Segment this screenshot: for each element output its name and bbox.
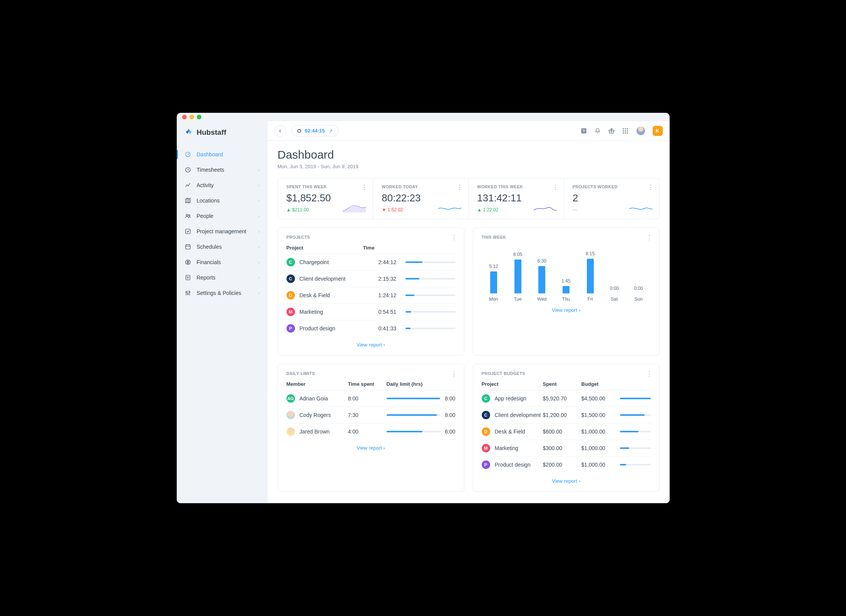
help-icon[interactable]: ? [580, 127, 587, 134]
sidebar-item-project-management[interactable]: Project management› [177, 224, 268, 239]
metric-menu-icon[interactable]: ⋮ [552, 184, 558, 191]
brand[interactable]: Hubstaff [177, 121, 268, 147]
daily-limits-card: DAILY LIMITS ⋮ Member Time spent Daily l… [278, 364, 464, 492]
project-badge: D [286, 291, 295, 300]
project-badge: C [286, 275, 295, 283]
time-spent: 7:30 [348, 412, 387, 418]
arrow-left-icon [278, 128, 283, 134]
member-name: Cody Rogers [300, 412, 331, 418]
week-bar-fri[interactable]: 8:15 Fri [581, 251, 600, 302]
project-row[interactable]: DDesk & Field 1:24:12 [286, 287, 456, 303]
week-value: 6:30 [538, 258, 546, 264]
col-project: Project [286, 245, 363, 251]
budget-bar [620, 447, 651, 449]
col-daily-limit: Daily limit (hrs) [387, 381, 456, 387]
timer-widget[interactable]: 02:44:15 ↗ [291, 125, 338, 137]
limit-value: 8:00 [445, 395, 455, 402]
minimize-window[interactable] [189, 115, 194, 119]
project-name: Marketing [495, 445, 518, 451]
project-row[interactable]: MMarketing 0:54:51 [286, 303, 456, 320]
bell-icon[interactable] [594, 127, 601, 134]
metric-menu-icon[interactable]: ⋮ [457, 184, 463, 191]
bar-icon [587, 259, 594, 293]
budget-row[interactable]: DDesk & Field $600.00 $1,000.00 [482, 423, 651, 440]
card-menu-icon[interactable]: ⋮ [451, 234, 457, 241]
sidebar-item-locations[interactable]: Locations› [177, 193, 268, 208]
project-time: 0:41:33 [379, 325, 405, 331]
sidebar-item-reports[interactable]: Reports› [177, 270, 268, 285]
view-report-link[interactable]: View report › [552, 307, 580, 313]
week-bar-mon[interactable]: 5:12 Mon [484, 264, 503, 302]
activity-icon [184, 182, 191, 189]
sidebar-item-label: Locations [197, 198, 220, 204]
budget-bar [620, 431, 651, 432]
project-row[interactable]: CChargepoint 2:44:12 [286, 254, 456, 270]
financials-icon [184, 259, 191, 266]
gift-icon[interactable] [608, 127, 615, 134]
budget-row[interactable]: PProduct design $200.00 $1,000.00 [482, 456, 651, 473]
view-report-link[interactable]: View report › [552, 478, 580, 484]
spent-value: $300.00 [543, 445, 581, 451]
sidebar: Hubstaff DashboardTimesheets›Activity›Lo… [177, 121, 268, 503]
sparkline-icon [343, 204, 366, 213]
svg-point-8 [186, 291, 187, 293]
project-name: Desk & Field [300, 292, 330, 298]
sparkline-icon [629, 204, 652, 213]
card-title: PROJECT BUDGETS [482, 371, 651, 376]
apps-grid-icon[interactable] [622, 127, 629, 134]
project-badge: C [286, 258, 295, 266]
view-report-link[interactable]: View report › [357, 342, 385, 348]
chevron-right-icon: › [258, 244, 260, 249]
org-switcher[interactable]: K [653, 126, 663, 136]
member-name: Jared Brown [300, 429, 330, 435]
card-menu-icon[interactable]: ⋮ [646, 370, 652, 378]
week-day-label: Thu [562, 296, 570, 302]
sidebar-item-timesheets[interactable]: Timesheets› [177, 162, 268, 177]
user-avatar[interactable] [636, 126, 646, 136]
budget-row[interactable]: CClient development $1,200.00 $1,500.00 [482, 407, 651, 423]
spent-value: $5,920.70 [543, 395, 581, 402]
sidebar-item-dashboard[interactable]: Dashboard [177, 147, 268, 162]
view-report-link[interactable]: View report › [357, 445, 385, 451]
metric-menu-icon[interactable]: ⋮ [361, 184, 367, 191]
metric-menu-icon[interactable]: ⋮ [648, 184, 654, 191]
week-bar-thu[interactable]: 1:45 Thu [556, 278, 576, 302]
week-bar-sun[interactable]: 0:00 Sun [629, 286, 648, 302]
week-bar-sat[interactable]: 0:00 Sat [605, 286, 624, 302]
chevron-right-icon: › [258, 260, 260, 264]
sidebar-item-schedules[interactable]: Schedules› [177, 239, 268, 254]
limit-value: 6:00 [445, 429, 455, 435]
sidebar-item-settings-policies[interactable]: Settings & Policies› [177, 285, 268, 301]
project-row[interactable]: CClient development 2:15:32 [286, 270, 456, 287]
week-value: 5:12 [489, 264, 498, 269]
settings-policies-icon [184, 290, 191, 296]
limit-row[interactable]: Cody Rogers 7:30 8:00 [286, 407, 456, 423]
project-row[interactable]: PProduct design 0:41:33 [286, 320, 456, 336]
week-value: 8:15 [586, 251, 595, 256]
member-avatar [286, 427, 295, 436]
budget-row[interactable]: MMarketing $300.00 $1,000.00 [482, 440, 651, 456]
metrics-row: ⋮ SPENT THIS WEEK $1,852.50 ▲ $211.00 ⋮ … [278, 178, 660, 219]
col-budget: Budget [581, 381, 620, 387]
limit-bar [387, 431, 441, 432]
card-menu-icon[interactable]: ⋮ [646, 234, 652, 241]
sidebar-item-financials[interactable]: Financials› [177, 254, 268, 270]
maximize-window[interactable] [197, 115, 201, 119]
week-bar-wed[interactable]: 6:30 Wed [532, 258, 551, 302]
svg-point-18 [627, 130, 628, 131]
back-button[interactable] [275, 125, 286, 137]
card-menu-icon[interactable]: ⋮ [451, 370, 457, 378]
sidebar-item-label: Financials [197, 259, 221, 265]
limit-row[interactable]: AGAdrian Goia 8:00 8:00 [286, 390, 456, 407]
sidebar-item-activity[interactable]: Activity› [177, 177, 268, 193]
limit-row[interactable]: Jared Brown 4:00 6:00 [286, 423, 456, 440]
chevron-right-icon: › [258, 183, 260, 187]
sidebar-item-people[interactable]: People› [177, 208, 268, 224]
budget-row[interactable]: CApp redesign $5,920.70 $4,500.00 [482, 390, 651, 407]
week-bar-tue[interactable]: 8:05 Tue [508, 252, 528, 302]
svg-point-17 [625, 130, 626, 131]
card-title: THIS WEEK [482, 235, 651, 239]
svg-point-14 [625, 128, 626, 129]
project-badge: C [482, 394, 490, 403]
close-window[interactable] [182, 115, 187, 119]
